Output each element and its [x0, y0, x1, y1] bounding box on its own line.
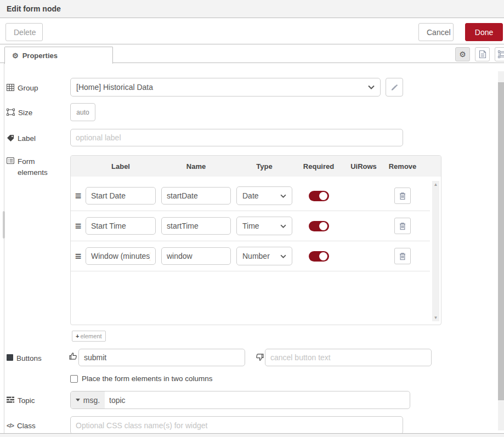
element-name-input[interactable]	[161, 187, 231, 205]
column-header-required: Required	[292, 162, 345, 171]
chevron-down-icon	[280, 254, 286, 258]
description-button[interactable]	[475, 47, 490, 61]
element-label-input[interactable]	[86, 187, 156, 205]
group-select-value: [Home] Historical Data	[76, 83, 153, 92]
plus-icon: +	[76, 333, 79, 339]
tray-resize-grip[interactable]	[3, 211, 5, 239]
gear-icon: ⚙	[459, 50, 466, 59]
trash-icon	[399, 252, 406, 260]
document-icon	[479, 50, 486, 59]
required-toggle[interactable]	[309, 191, 329, 201]
tasks-icon	[7, 396, 14, 403]
chevron-down-icon	[280, 194, 286, 198]
two-columns-checkbox[interactable]	[70, 375, 78, 383]
table-row: ≡ Time	[71, 211, 430, 241]
submit-button-text-input[interactable]	[78, 349, 245, 366]
element-label-input[interactable]	[86, 217, 156, 235]
tab-properties[interactable]: ⚙ Properties	[4, 47, 113, 64]
add-element-button[interactable]: +element	[72, 331, 106, 342]
chevron-down-icon	[368, 85, 375, 89]
topic-input[interactable]	[105, 391, 410, 408]
tray-edge	[4, 63, 4, 433]
object-group-icon	[7, 109, 15, 116]
class-input[interactable]	[70, 416, 403, 434]
scrollbar-thumb[interactable]	[498, 82, 504, 400]
topic-type-selector[interactable]: msg.	[71, 391, 105, 408]
drag-handle-icon[interactable]: ≡	[71, 251, 86, 262]
topic-prefix-label: msg.	[83, 396, 100, 405]
trash-icon	[399, 192, 406, 200]
gear-icon: ⚙	[12, 52, 19, 60]
delete-button[interactable]: Delete	[5, 23, 43, 41]
element-name-input[interactable]	[161, 217, 231, 235]
column-header-label: Label	[86, 162, 156, 171]
pencil-icon	[390, 83, 398, 91]
cancel-button-text-input[interactable]	[265, 349, 432, 366]
required-toggle[interactable]	[309, 251, 329, 262]
remove-element-button[interactable]	[394, 248, 411, 264]
tabbar-buttons: ⚙	[455, 47, 504, 61]
edit-form-node-dialog: Edit form node Delete Cancel Done ⚙ Prop…	[0, 0, 504, 437]
thumbs-down-icon	[256, 353, 264, 361]
list-alt-icon	[7, 157, 14, 164]
column-header-uirows: UiRows	[345, 162, 382, 171]
chevron-down-icon	[280, 224, 286, 228]
caret-down-icon	[76, 399, 80, 401]
table-row: ≡ Date	[71, 181, 430, 211]
toggle-knob	[319, 252, 327, 260]
scroll-down-icon[interactable]: ▼	[434, 315, 438, 320]
thumbs-up-icon	[69, 352, 77, 360]
properties-panel: Group [Home] Historical Data Size	[0, 63, 504, 433]
column-header-name: Name	[161, 162, 231, 171]
form-elements-table: Label Name Type Required UiRows Remove ≡	[70, 155, 441, 325]
form-elements-field-label: Form elements	[7, 156, 66, 178]
form-table-body: ≡ Date	[71, 177, 441, 325]
element-type-select[interactable]: Time	[236, 217, 292, 235]
settings-gear-button[interactable]: ⚙	[455, 47, 470, 61]
scroll-up-icon[interactable]: ▲	[434, 182, 438, 187]
square-icon	[7, 354, 13, 361]
dialog-header: Edit form node	[0, 0, 504, 18]
column-header-remove: Remove	[382, 162, 423, 171]
element-name-input[interactable]	[161, 247, 231, 265]
object-group-icon	[498, 50, 504, 58]
two-columns-label: Place the form elements in two columns	[82, 374, 213, 383]
remove-element-button[interactable]	[394, 188, 411, 204]
tag-icon	[7, 134, 14, 142]
form-table-header: Label Name Type Required UiRows Remove	[71, 156, 441, 177]
done-button[interactable]: Done	[465, 23, 503, 41]
group-field-label: Group	[7, 83, 66, 94]
drag-handle-icon[interactable]: ≡	[71, 220, 86, 231]
trash-icon	[399, 222, 406, 230]
element-type-select[interactable]: Date	[236, 186, 292, 205]
label-field-label: Label	[7, 133, 66, 144]
group-select[interactable]: [Home] Historical Data	[70, 78, 381, 97]
element-label-input[interactable]	[86, 247, 156, 265]
table-row: ≡ Number	[71, 241, 430, 271]
tray-bottom-bar[interactable]	[0, 433, 504, 437]
topic-field-label: Topic	[7, 395, 66, 406]
tab-properties-label: Properties	[22, 52, 58, 60]
layout-button[interactable]	[495, 47, 504, 61]
drag-handle-icon[interactable]: ≡	[71, 190, 86, 201]
dialog-toolbar: Delete Cancel Done	[0, 18, 504, 44]
topic-typed-input: msg.	[70, 391, 410, 409]
element-type-select[interactable]: Number	[236, 247, 292, 265]
cancel-button[interactable]: Cancel	[418, 23, 454, 41]
remove-element-button[interactable]	[394, 218, 411, 234]
size-field-label: Size	[7, 107, 66, 118]
table-scrollbar[interactable]: ▲ ▼	[432, 181, 439, 321]
toggle-knob	[319, 192, 327, 200]
class-field-label: </> Class	[7, 421, 66, 432]
column-header-type: Type	[236, 162, 292, 171]
edit-group-button[interactable]	[386, 78, 403, 97]
dialog-title: Edit form node	[7, 4, 61, 13]
label-input[interactable]	[70, 129, 403, 146]
code-icon: </>	[7, 422, 14, 430]
toggle-knob	[319, 222, 327, 230]
size-auto-button[interactable]: auto	[70, 103, 95, 121]
required-toggle[interactable]	[309, 221, 329, 231]
tab-bar: ⚙ Properties ⚙	[0, 44, 504, 63]
table-icon	[7, 84, 14, 91]
main-scrollbar[interactable]	[498, 71, 504, 430]
